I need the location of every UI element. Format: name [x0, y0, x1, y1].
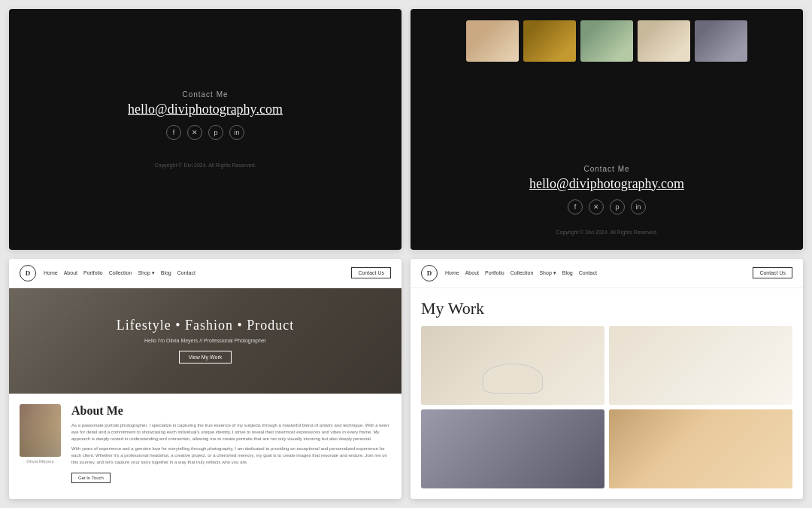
portfolio-nav: D Home About Portfolio Collection Shop ▾… — [411, 259, 803, 288]
pnav-portfolio[interactable]: Portfolio — [485, 270, 504, 276]
pnav-about[interactable]: About — [465, 270, 479, 276]
nav-contact[interactable]: Contact — [177, 270, 195, 276]
thumbnail-5[interactable] — [695, 20, 747, 62]
hero-title: Lifestyle • Fashion • Product — [117, 318, 295, 333]
nav-home[interactable]: Home — [44, 270, 58, 276]
twitter-icon-2[interactable]: ✕ — [589, 199, 604, 214]
about-section: Olivia Meyers About Me As a passionate p… — [9, 394, 401, 500]
hero-subtitle: Hello I'm Olivia Meyers // Professional … — [144, 338, 266, 343]
facebook-icon-2[interactable]: f — [568, 199, 583, 214]
about-paragraph-1: As a passionate portrait photographer, I… — [71, 422, 391, 443]
portfolio-image-1[interactable] — [421, 326, 604, 405]
nav-shop[interactable]: Shop ▾ — [138, 270, 154, 276]
site-nav: D Home About Portfolio Collection Shop ▾… — [9, 259, 401, 288]
furniture-image — [421, 326, 604, 405]
thumbnail-4[interactable] — [638, 20, 690, 62]
nav-contact-button[interactable]: Contact Us — [351, 267, 391, 278]
about-photo-overlay — [20, 404, 61, 457]
about-cta-button[interactable]: Get In Touch — [71, 473, 111, 483]
nav-blog[interactable]: Blog — [161, 270, 171, 276]
contact-label: Contact Me — [182, 90, 228, 99]
linkedin-icon-2[interactable]: in — [631, 199, 646, 214]
about-heading: About Me — [71, 404, 391, 418]
website-preview-panel: D Home About Portfolio Collection Shop ▾… — [9, 259, 401, 500]
portfolio-image-2[interactable] — [609, 326, 792, 405]
gallery-footer-panel: Contact Me hello@diviphotography.com f ✕… — [411, 9, 803, 250]
pnav-contact[interactable]: Contact — [579, 270, 597, 276]
contact-email-2: hello@diviphotography.com — [529, 176, 684, 192]
about-photo-caption: Olivia Meyers — [20, 459, 61, 464]
nav-portfolio[interactable]: Portfolio — [83, 270, 103, 276]
portfolio-nav-links: Home About Portfolio Collection Shop ▾ B… — [445, 270, 745, 276]
nav-links: Home About Portfolio Collection Shop ▾ B… — [44, 270, 344, 276]
about-text-column: About Me As a passionate portrait photog… — [71, 404, 391, 483]
portfolio-panel: D Home About Portfolio Collection Shop ▾… — [411, 259, 803, 500]
portfolio-section-title: My Work — [411, 288, 803, 326]
portfolio-image-4[interactable] — [609, 409, 792, 488]
linkedin-icon[interactable]: in — [229, 125, 244, 140]
social-icons-row: f ✕ p in — [166, 125, 244, 140]
contact-label-2: Contact Me — [583, 165, 629, 173]
pnav-blog[interactable]: Blog — [562, 270, 573, 276]
about-photo — [20, 404, 61, 457]
contact-email: hello@diviphotography.com — [128, 102, 283, 117]
sofa-decoration — [483, 364, 543, 394]
about-photo-wrapper: Olivia Meyers — [20, 404, 61, 464]
hero-section: Lifestyle • Fashion • Product Hello I'm … — [9, 288, 401, 394]
about-paragraph-2: With years of experience and a genuine l… — [71, 446, 391, 466]
nav-collection[interactable]: Collection — [109, 270, 132, 276]
pinterest-icon[interactable]: p — [208, 125, 223, 140]
copyright-text-2: Copyright © Divi 2024. All Rights Reserv… — [556, 230, 657, 235]
thumbnail-1[interactable] — [466, 20, 519, 62]
social-icons-row-2: f ✕ p in — [568, 199, 646, 214]
person-photo — [609, 409, 792, 488]
site-logo: D — [20, 265, 36, 281]
portfolio-logo: D — [421, 265, 438, 281]
pnav-collection[interactable]: Collection — [511, 270, 534, 276]
pinterest-icon-2[interactable]: p — [610, 199, 625, 214]
portfolio-contact-button[interactable]: Contact Us — [753, 267, 792, 278]
contact-footer-panel: Contact Me hello@diviphotography.com f ✕… — [9, 9, 401, 250]
thumbnail-3[interactable] — [580, 20, 633, 62]
gallery-thumbnails — [466, 20, 747, 62]
facebook-icon[interactable]: f — [166, 125, 181, 140]
pnav-home[interactable]: Home — [445, 270, 459, 276]
copyright-text: Copyright © Divi 2024. All Rights Reserv… — [154, 163, 256, 168]
thumbnail-2[interactable] — [523, 20, 576, 62]
hero-cta-button[interactable]: View My Work — [179, 351, 232, 364]
nav-about[interactable]: About — [64, 270, 77, 276]
pnav-shop[interactable]: Shop ▾ — [539, 270, 556, 276]
twitter-icon[interactable]: ✕ — [187, 125, 202, 140]
portfolio-grid — [411, 326, 803, 500]
portfolio-image-3[interactable] — [421, 409, 604, 488]
